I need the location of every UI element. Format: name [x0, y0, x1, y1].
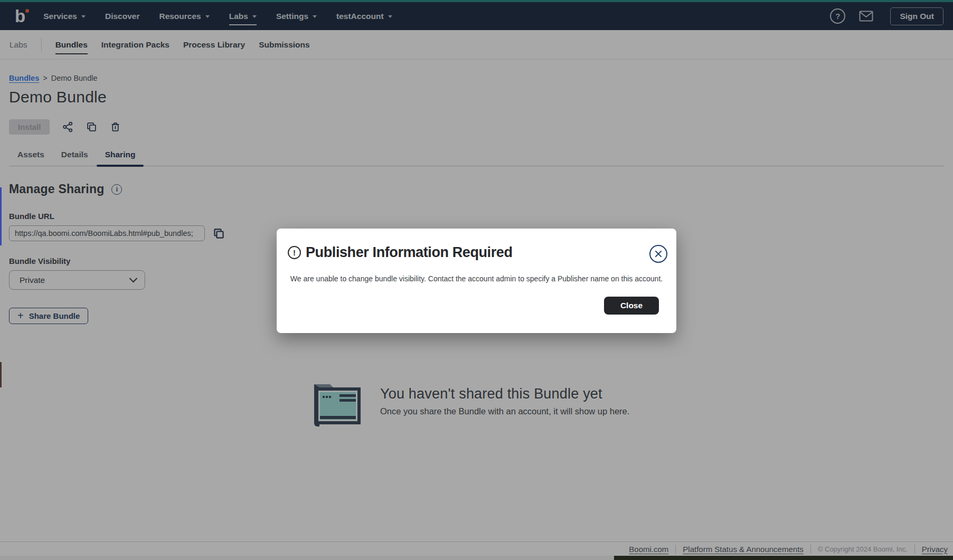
bottom-edge-strip: [0, 556, 953, 560]
dialog-title: Publisher Information Required: [306, 244, 513, 261]
dialog-title-row: ! Publisher Information Required: [288, 244, 513, 261]
bottom-strip-left: [0, 556, 614, 560]
close-icon[interactable]: [649, 245, 667, 263]
publisher-info-dialog: ! Publisher Information Required We are …: [277, 229, 676, 333]
app-viewport: b Services Discover Resources Labs Setti…: [0, 0, 953, 560]
bottom-strip-right: [614, 556, 953, 560]
alert-glyph: !: [293, 248, 296, 257]
dialog-message: We are unable to change bundle visibilit…: [277, 274, 676, 283]
screen-edge-artifact: [0, 187, 2, 245]
dialog-close-button[interactable]: Close: [604, 297, 659, 315]
screen-edge-artifact: [0, 362, 2, 387]
alert-icon: !: [288, 246, 301, 259]
